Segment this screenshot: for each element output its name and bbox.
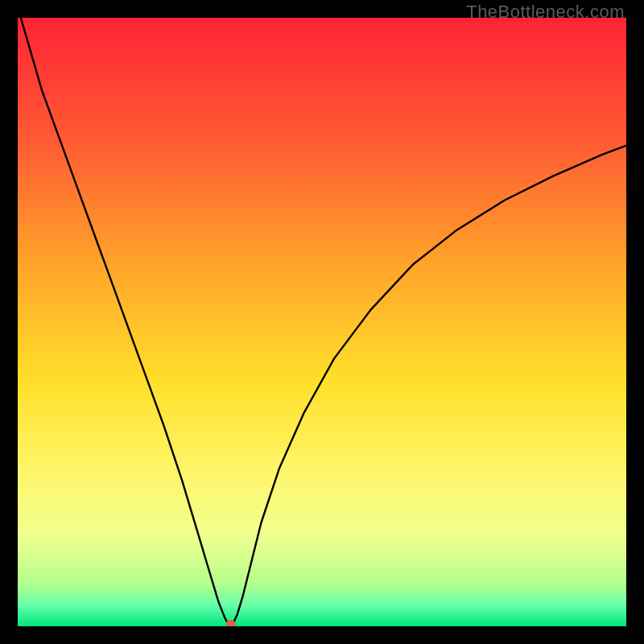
plot-area	[18, 18, 626, 626]
gradient-background	[18, 18, 626, 626]
chart-frame	[18, 18, 626, 626]
bottleneck-chart	[18, 18, 626, 626]
